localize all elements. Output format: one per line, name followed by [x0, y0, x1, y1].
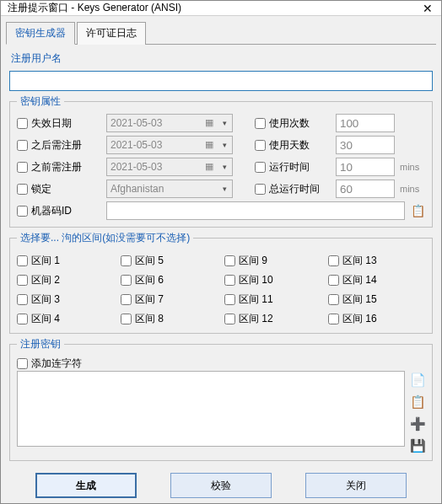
key-properties-group: 密钥属性 失效日期 2021-05-03▦▾ 使用次数 之后需注册 2021-0…	[9, 94, 433, 228]
copy-icon[interactable]: 📄	[410, 373, 425, 388]
chk-section-4[interactable]: 区间 4	[17, 312, 114, 326]
key-properties-legend: 密钥属性	[17, 94, 64, 109]
regkey-group: 注册密钥 添加连字符 📄 📋 ➕ 💾	[9, 337, 433, 461]
sections-grid: 区间 1 区间 5 区间 9 区间 13 区间 2 区间 6 区间 10 区间 …	[17, 250, 425, 326]
chk-use-days-box[interactable]	[255, 140, 266, 151]
app-window: 注册提示窗口 - Keys Generator (ANSI) ✕ 密钥生成器 许…	[0, 0, 442, 504]
calendar-icon: ▦	[205, 161, 217, 173]
paste-icon[interactable]: 📋	[410, 394, 425, 410]
calendar-icon: ▦	[205, 117, 217, 129]
chk-expiry-box[interactable]	[17, 118, 28, 129]
chk-section-3[interactable]: 区间 3	[17, 292, 114, 307]
sections-legend: 选择要... 泃的区间(如没需要可不选择)	[17, 231, 193, 245]
input-use-count[interactable]	[336, 114, 395, 132]
chevron-down-icon: ▾	[218, 182, 230, 196]
chk-total-time[interactable]: 总运行时间	[255, 182, 331, 196]
regkey-textarea[interactable]	[17, 371, 405, 447]
regkey-toolbar: 📄 📋 ➕ 💾	[410, 371, 425, 453]
chevron-down-icon: ▾	[218, 138, 230, 152]
tab-license-log[interactable]: 许可证日志	[77, 22, 146, 45]
chk-section-10[interactable]: 区间 10	[224, 273, 321, 287]
chk-section-13[interactable]: 区间 13	[328, 254, 425, 268]
unit-run-time: mins	[400, 162, 425, 172]
generate-button[interactable]: 生成	[35, 473, 137, 498]
chk-expiry[interactable]: 失效日期	[17, 116, 101, 131]
date-reg-before[interactable]: 2021-05-03▦▾	[106, 158, 233, 176]
chk-section-16[interactable]: 区间 16	[328, 312, 425, 326]
chk-reg-after-box[interactable]	[17, 140, 28, 151]
username-input[interactable]	[9, 71, 433, 91]
regkey-legend: 注册密钥	[17, 337, 64, 351]
chk-total-time-box[interactable]	[255, 184, 266, 195]
chk-hyphen-box[interactable]	[17, 358, 28, 369]
verify-button[interactable]: 校验	[170, 473, 272, 498]
date-expiry[interactable]: 2021-05-03▦▾	[106, 114, 233, 132]
window-title: 注册提示窗口 - Keys Generator (ANSI)	[8, 1, 181, 15]
chk-reg-after[interactable]: 之后需注册	[17, 138, 101, 153]
paste-hwid-icon[interactable]: 📋	[410, 203, 425, 218]
close-icon[interactable]: ✕	[419, 2, 436, 15]
chk-section-11[interactable]: 区间 11	[224, 292, 321, 307]
footer-buttons: 生成 校验 关闭	[9, 464, 433, 504]
chk-section-5[interactable]: 区间 5	[121, 254, 218, 268]
chk-section-1[interactable]: 区间 1	[17, 254, 114, 268]
chk-hwid-box[interactable]	[17, 206, 28, 217]
chk-run-time-box[interactable]	[255, 162, 266, 173]
chk-section-15[interactable]: 区间 15	[328, 292, 425, 307]
chevron-down-icon: ▾	[218, 116, 230, 130]
date-reg-after[interactable]: 2021-05-03▦▾	[106, 136, 233, 154]
chk-section-12[interactable]: 区间 12	[224, 312, 321, 326]
input-total-time[interactable]	[336, 180, 395, 198]
tab-strip: 密钥生成器 许可证日志	[1, 16, 441, 44]
save-icon[interactable]: 💾	[410, 438, 425, 453]
chk-lock-box[interactable]	[17, 184, 28, 195]
chk-run-time[interactable]: 运行时间	[255, 160, 331, 174]
titlebar: 注册提示窗口 - Keys Generator (ANSI) ✕	[1, 1, 441, 16]
combo-country[interactable]: Afghanistan▾	[106, 180, 233, 198]
close-button[interactable]: 关闭	[305, 473, 407, 498]
unit-total-time: mins	[400, 184, 425, 194]
chk-section-8[interactable]: 区间 8	[121, 312, 218, 326]
chevron-down-icon: ▾	[218, 160, 230, 174]
chk-section-2[interactable]: 区间 2	[17, 273, 114, 287]
input-use-days[interactable]	[336, 136, 395, 154]
chk-hwid[interactable]: 机器码ID	[17, 204, 101, 218]
chk-lock[interactable]: 锁定	[17, 182, 101, 196]
chk-section-6[interactable]: 区间 6	[121, 273, 218, 287]
tab-body: 注册用户名 密钥属性 失效日期 2021-05-03▦▾ 使用次数 之后需注册 …	[6, 44, 436, 504]
chk-hyphen[interactable]: 添加连字符	[17, 357, 425, 371]
chk-use-count-box[interactable]	[255, 118, 266, 129]
input-hwid[interactable]	[106, 201, 405, 220]
sections-group: 选择要... 泃的区间(如没需要可不选择) 区间 1 区间 5 区间 9 区间 …	[9, 231, 433, 334]
chk-use-days[interactable]: 使用天数	[255, 138, 331, 153]
chk-section-14[interactable]: 区间 14	[328, 273, 425, 287]
username-label: 注册用户名	[11, 51, 433, 66]
chk-section-7[interactable]: 区间 7	[121, 292, 218, 307]
chk-reg-before-box[interactable]	[17, 162, 28, 173]
chk-reg-before[interactable]: 之前需注册	[17, 160, 101, 174]
add-icon[interactable]: ➕	[410, 416, 425, 432]
input-run-time[interactable]	[336, 158, 395, 176]
chk-use-count[interactable]: 使用次数	[255, 116, 331, 131]
chk-section-9[interactable]: 区间 9	[224, 254, 321, 268]
calendar-icon: ▦	[205, 139, 217, 151]
tab-generator[interactable]: 密钥生成器	[6, 22, 75, 45]
